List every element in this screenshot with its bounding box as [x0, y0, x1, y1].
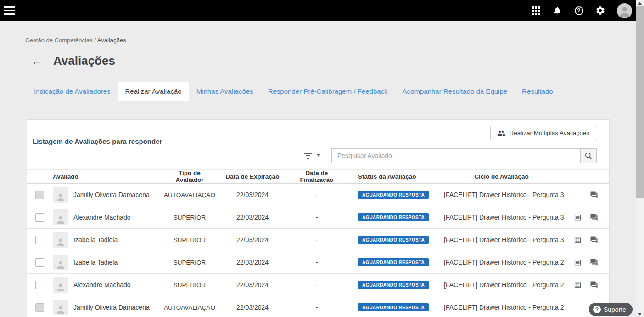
data-expiracao: 22/03/2024 — [215, 304, 290, 311]
avaliado-name: Alexandre Machado — [73, 214, 131, 221]
details-list-icon[interactable] — [573, 236, 582, 244]
data-expiracao: 22/03/2024 — [215, 214, 290, 221]
data-expiracao: 22/03/2024 — [215, 236, 290, 243]
page-title: Avaliações — [53, 54, 115, 68]
tipo-avaliador: SUPERIOR — [164, 214, 215, 221]
avaliado-name: Jamilly Oliveira Damacena — [73, 191, 150, 198]
support-button[interactable]: ? Suporte — [589, 303, 633, 316]
data-finalizacao: - — [290, 214, 344, 221]
table-body: Jamilly Oliveira Damacena AUTOAVALIAÇÃO … — [27, 184, 609, 317]
table-row: Alexandre Machado SUPERIOR 22/03/2024 - … — [27, 274, 609, 296]
table-row: Jamilly Oliveira Damacena AUTOAVALIAÇÃO … — [27, 184, 609, 206]
row-checkbox[interactable] — [35, 258, 44, 267]
avatar — [53, 232, 68, 248]
details-list-icon[interactable] — [573, 281, 582, 289]
topbar-right: ? — [531, 3, 632, 18]
tab-responder-precalibragem-feedback[interactable]: Responder Pré-Calibragem / Feedback — [261, 82, 395, 101]
avatar — [53, 277, 68, 293]
breadcrumb-current[interactable]: Avaliações — [97, 37, 126, 44]
breadcrumb-parent[interactable]: Gestão de Competências — [25, 37, 93, 44]
apps-grid-icon[interactable] — [531, 6, 541, 16]
tipo-avaliador: AUTOAVALIAÇÃO — [164, 304, 215, 311]
tipo-avaliador: AUTOAVALIAÇÃO — [164, 192, 215, 198]
scrollbar-thumb[interactable] — [636, 6, 644, 198]
ciclo-avaliacao: [FACELIFT] Drawer Histórico - Pergunta 2 — [436, 281, 567, 289]
chat-icon[interactable] — [590, 191, 598, 199]
ciclo-avaliacao: [FACELIFT] Drawer Histórico - Pergunta 2 — [436, 259, 567, 266]
back-arrow-icon[interactable]: ← — [31, 56, 42, 67]
ciclo-avaliacao: [FACELIFT] Drawer Histórico - Pergunta 3 — [436, 214, 567, 221]
avatar — [53, 209, 68, 225]
menu-icon[interactable] — [4, 6, 16, 15]
tab-acompanhar-resultado-da-equipe[interactable]: Acompanhar Resultado da Equipe — [395, 82, 515, 101]
avatar — [53, 187, 68, 203]
ciclo-avaliacao: [FACELIFT] Drawer Histórico - Pergunta 2 — [436, 304, 567, 311]
header-expiracao: Data de Expiração — [215, 173, 290, 180]
details-list-icon[interactable] — [573, 258, 582, 266]
search-icon — [584, 152, 593, 160]
row-checkbox[interactable] — [35, 213, 44, 222]
title-row: ← Avaliações — [31, 54, 644, 68]
header-status: Status da Avaliação — [344, 173, 436, 180]
data-finalizacao: - — [290, 259, 344, 266]
row-checkbox[interactable] — [35, 191, 44, 199]
row-checkbox[interactable] — [35, 281, 44, 289]
multiple-evaluations-button[interactable]: Realizar Múltiplas Avaliações — [490, 126, 596, 140]
data-expiracao: 22/03/2024 — [215, 191, 290, 198]
status-badge: AGUARDANDO RESPOSTA — [358, 213, 429, 221]
avaliado-name: Jamilly Oliveira Damacena — [73, 304, 150, 311]
avatar — [53, 300, 68, 315]
status-badge: AGUARDANDO RESPOSTA — [358, 191, 429, 199]
search-row — [27, 148, 609, 163]
row-checkbox[interactable] — [35, 303, 44, 312]
table-row: Izabella Tadiela SUPERIOR 22/03/2024 - A… — [27, 229, 609, 251]
tipo-avaliador: SUPERIOR — [164, 282, 215, 289]
settings-icon[interactable] — [595, 6, 605, 16]
data-finalizacao: - — [290, 281, 344, 289]
row-checkbox[interactable] — [35, 236, 44, 244]
chat-icon[interactable] — [590, 281, 598, 289]
topbar: ? — [0, 0, 644, 21]
avatar — [53, 255, 68, 270]
notifications-icon[interactable] — [552, 6, 562, 16]
status-badge: AGUARDANDO RESPOSTA — [358, 258, 429, 266]
scroll-down-arrow[interactable] — [638, 313, 642, 316]
scroll-up-arrow[interactable] — [638, 2, 642, 5]
header-tipo: Tipo de Avaliador — [164, 170, 215, 183]
data-expiracao: 22/03/2024 — [215, 281, 290, 289]
header-finalizacao: Data de Finalização — [290, 170, 344, 183]
tabs-bar: Indicação de AvaliadoresRealizar Avaliaç… — [27, 82, 610, 101]
help-icon[interactable]: ? — [574, 6, 584, 16]
tipo-avaliador: SUPERIOR — [164, 237, 215, 243]
page-scrollbar — [636, 0, 644, 317]
chat-icon[interactable] — [590, 236, 598, 244]
tipo-avaliador: SUPERIOR — [164, 259, 215, 266]
data-finalizacao: - — [290, 236, 344, 243]
status-badge: AGUARDANDO RESPOSTA — [358, 281, 429, 289]
ciclo-avaliacao: [FACELIFT] Drawer Histórico - Pergunta 3 — [436, 191, 567, 198]
chat-icon[interactable] — [590, 258, 598, 266]
tab-resultado[interactable]: Resultado — [515, 82, 560, 101]
data-expiracao: 22/03/2024 — [215, 259, 290, 266]
status-badge: AGUARDANDO RESPOSTA — [358, 303, 429, 311]
status-badge: AGUARDANDO RESPOSTA — [358, 236, 429, 244]
filter-button[interactable] — [304, 153, 320, 158]
table-row: Izabella Tadiela SUPERIOR 22/03/2024 - A… — [27, 251, 609, 274]
details-list-icon[interactable] — [573, 213, 582, 221]
tab-realizar-avaliacao[interactable]: Realizar Avaliação — [118, 82, 189, 101]
filter-icon — [304, 153, 312, 158]
support-label: Suporte — [604, 306, 626, 313]
avaliado-name: Alexandre Machado — [73, 281, 131, 289]
header-avaliado: Avaliado — [51, 173, 164, 180]
table-row: Jamilly Oliveira Damacena AUTOAVALIAÇÃO … — [27, 296, 609, 317]
tab-indicacao-de-avaliadores[interactable]: Indicação de Avaliadores — [27, 82, 118, 101]
header-ciclo: Ciclo de Avaliação — [436, 173, 567, 180]
search-input[interactable] — [331, 148, 581, 163]
tab-minhas-avaliacoes[interactable]: Minhas Avaliações — [189, 82, 261, 101]
user-avatar[interactable] — [617, 3, 632, 18]
search-button[interactable] — [581, 148, 597, 163]
breadcrumb: Gestão de Competências / Avaliações — [25, 37, 644, 44]
data-finalizacao: - — [290, 304, 344, 311]
avaliado-name: Izabella Tadiela — [73, 236, 118, 243]
chat-icon[interactable] — [590, 213, 598, 221]
